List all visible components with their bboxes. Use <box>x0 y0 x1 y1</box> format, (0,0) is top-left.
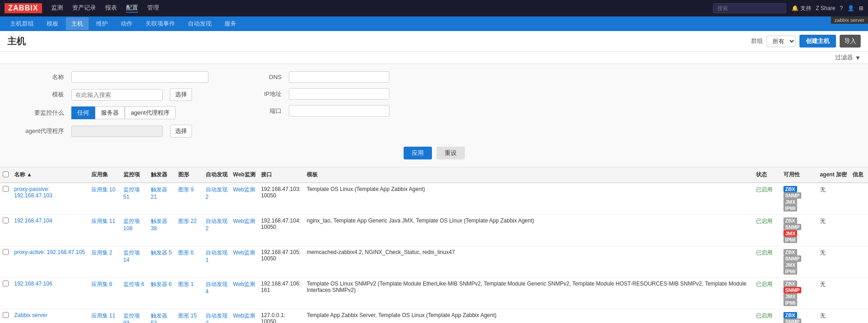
items-link-1[interactable]: 监控项 108 <box>123 218 140 232</box>
select-all-checkbox[interactable] <box>3 171 9 177</box>
web-link-1[interactable]: Web监测 <box>233 218 255 224</box>
avail-cell-2: ZBX SNMP JMX IPMI <box>781 246 817 278</box>
group-label: 群组 <box>751 37 763 45</box>
table-row: proxy-passive: 192.168.47.103 应用集 10 监控项… <box>0 183 868 215</box>
subnav-maintenance[interactable]: 维护 <box>91 17 113 30</box>
items-link-4[interactable]: 监控项 93 <box>123 312 140 323</box>
subnav-corr-events[interactable]: 关联项事件 <box>140 17 181 30</box>
host-name-link-2[interactable]: proxy-active: 192.168.47.105 <box>14 249 85 255</box>
row-checkbox-1[interactable] <box>3 217 9 223</box>
graphs-link-3[interactable]: 图形 1 <box>178 281 194 287</box>
graphs-link-1[interactable]: 图形 22 <box>178 218 197 224</box>
snmp-badge-1: SNMP <box>783 224 802 230</box>
row-checkbox-4[interactable] <box>3 312 9 318</box>
user-icon[interactable]: 👤 <box>847 5 854 11</box>
items-link-3[interactable]: 监控项 6 <box>123 281 144 287</box>
web-link-0[interactable]: Web监测 <box>233 186 255 193</box>
graphs-link-0[interactable]: 图形 9 <box>178 186 194 193</box>
row-checkbox-0[interactable] <box>3 186 9 192</box>
row-checkbox-3[interactable] <box>3 281 9 286</box>
status-link-0[interactable]: 已启用 <box>756 186 772 193</box>
subnav-services[interactable]: 服务 <box>219 17 242 30</box>
avail-cell-4: ZBX SNMP JMX IPMI <box>781 309 817 323</box>
filter-monitor-server-button[interactable]: 服务器 <box>95 106 125 119</box>
status-link-4[interactable]: 已启用 <box>756 312 772 319</box>
status-link-2[interactable]: 已启用 <box>756 249 772 256</box>
filter-monitor-any-button[interactable]: 任何 <box>71 106 95 119</box>
web-link-4[interactable]: Web监测 <box>233 312 255 319</box>
templates-cell-1: nginx_tao, Template App Generic Java JMX… <box>304 215 753 246</box>
subnav-templates[interactable]: 模板 <box>41 17 64 30</box>
apps-icon[interactable]: ⊞ <box>859 5 863 11</box>
share-link[interactable]: Z Share <box>816 5 836 11</box>
host-name-link-0[interactable]: proxy-passive: 192.168.47.103 <box>14 186 52 199</box>
apps-link-0[interactable]: 应用集 10 <box>91 186 116 193</box>
apps-link-3[interactable]: 应用集 6 <box>91 281 112 287</box>
triggers-link-3[interactable]: 触发器 6 <box>151 281 172 287</box>
web-link-2[interactable]: Web监测 <box>233 249 255 256</box>
filter-name-label: 名称 <box>9 73 64 81</box>
items-link-0[interactable]: 监控项 51 <box>123 186 140 200</box>
items-link-2[interactable]: 监控项 14 <box>123 249 140 263</box>
filter-monitor-agent-button[interactable]: agent代理程序 <box>125 106 176 119</box>
filter-agent-select-button[interactable]: 选择 <box>170 125 192 138</box>
discovery-link-3[interactable]: 自动发现 4 <box>206 281 228 295</box>
discovery-link-1[interactable]: 自动发现 2 <box>206 218 228 232</box>
discovery-link-0[interactable]: 自动发现 2 <box>206 186 228 200</box>
nav-assets[interactable]: 资产记录 <box>72 4 96 13</box>
zbx-badge-2: ZBX <box>783 249 797 255</box>
status-link-1[interactable]: 已启用 <box>756 218 772 224</box>
apps-link-1[interactable]: 应用集 11 <box>91 218 116 224</box>
support-link[interactable]: 🔔 支持 <box>792 5 811 12</box>
nav-monitor[interactable]: 监测 <box>51 4 63 13</box>
host-name-link-3[interactable]: 192.168.47.106 <box>14 281 52 287</box>
filter-agent-input[interactable] <box>71 126 163 137</box>
subnav-discovery[interactable]: 自动发现 <box>182 17 217 30</box>
nav-config[interactable]: 配置 <box>126 4 138 13</box>
triggers-link-4[interactable]: 触发器 52 <box>151 312 167 323</box>
triggers-link-2[interactable]: 触发器 5 <box>151 249 172 256</box>
filter-apply-button[interactable]: 应用 <box>404 147 432 159</box>
row-checkbox-2[interactable] <box>3 249 9 255</box>
templates-cell-3: Template OS Linux SNMPv2 (Template Modul… <box>304 278 753 309</box>
graphs-link-4[interactable]: 图形 15 <box>178 312 197 319</box>
filter-toggle[interactable]: 过滤器 ▼ <box>835 53 861 62</box>
host-name-link-1[interactable]: 192.168.47.104 <box>14 217 52 224</box>
import-button[interactable]: 导入 <box>840 35 861 48</box>
help-icon[interactable]: ? <box>840 5 843 11</box>
discovery-link-2[interactable]: 自动发现 1 <box>206 249 228 263</box>
apps-link-2[interactable]: 应用集 2 <box>91 249 112 256</box>
web-link-3[interactable]: Web监测 <box>233 281 255 287</box>
filter-port-label: 端口 <box>227 107 282 115</box>
subnav-hostgroups[interactable]: 主机群组 <box>5 17 39 30</box>
host-name-link-4[interactable]: Zabbix server <box>14 312 48 318</box>
jmx-badge-3: JMX <box>783 293 798 300</box>
avail-cell-1: ZBX SNMP JMX IPMI <box>781 215 817 246</box>
discovery-link-4[interactable]: 自动发现 2 <box>206 312 228 323</box>
filter-ip-input[interactable] <box>289 88 389 100</box>
create-host-button[interactable]: 创建主机 <box>799 35 836 48</box>
col-header-name[interactable]: 名称 ▲ <box>11 167 89 183</box>
status-link-3[interactable]: 已启用 <box>756 281 772 287</box>
col-header-info: 信息 <box>850 167 868 183</box>
filter-template-select-button[interactable]: 选择 <box>170 88 192 101</box>
nav-reports[interactable]: 报表 <box>105 4 117 13</box>
graphs-link-2[interactable]: 图形 6 <box>178 249 194 256</box>
filter-reset-button[interactable]: 重设 <box>437 147 465 159</box>
jmx-badge-2: JMX <box>783 262 798 268</box>
filter-template-input[interactable] <box>71 89 163 101</box>
filter-port-input[interactable] <box>289 105 389 116</box>
subnav-hosts[interactable]: 主机 <box>66 17 89 30</box>
subnav-actions[interactable]: 动作 <box>115 17 138 30</box>
group-select[interactable]: 所有 <box>767 36 796 47</box>
zbx-badge-1: ZBX <box>783 217 797 224</box>
triggers-link-0[interactable]: 触发器 21 <box>151 186 167 200</box>
filter-dns-input[interactable] <box>289 71 389 83</box>
ipmi-badge-0: IPMI <box>783 205 798 212</box>
zabbix-logo[interactable]: ZABBIX <box>5 3 42 13</box>
apps-link-4[interactable]: 应用集 11 <box>91 312 116 319</box>
triggers-link-1[interactable]: 触发器 38 <box>151 218 167 232</box>
global-search-input[interactable] <box>713 3 786 13</box>
filter-name-input[interactable] <box>71 71 208 83</box>
nav-admin[interactable]: 管理 <box>147 4 159 13</box>
